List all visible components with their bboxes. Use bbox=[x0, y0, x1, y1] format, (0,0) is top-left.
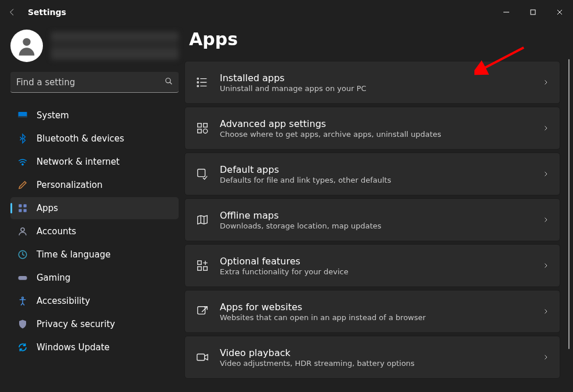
card-offline-maps[interactable]: Offline maps Downloads, storage location… bbox=[184, 198, 560, 241]
chevron-right-icon bbox=[542, 260, 549, 271]
wifi-icon bbox=[17, 157, 28, 167]
card-title: Default apps bbox=[220, 164, 391, 175]
svg-point-17 bbox=[22, 297, 24, 299]
svg-rect-25 bbox=[198, 169, 205, 177]
update-icon bbox=[17, 342, 28, 353]
nav-label: Bluetooth & devices bbox=[37, 133, 124, 144]
card-title: Apps for websites bbox=[220, 302, 426, 313]
sidebar: System Bluetooth & devices Network & int… bbox=[10, 24, 184, 392]
svg-rect-16 bbox=[19, 276, 27, 280]
nav-privacy[interactable]: Privacy & security bbox=[10, 313, 179, 335]
bluetooth-icon bbox=[17, 133, 28, 144]
nav-update[interactable]: Windows Update bbox=[10, 336, 179, 358]
card-desc: Uninstall and manage apps on your PC bbox=[220, 84, 367, 93]
close-icon bbox=[556, 9, 563, 16]
map-download-icon bbox=[195, 213, 209, 227]
window-controls bbox=[493, 3, 573, 21]
minimize-icon bbox=[503, 9, 510, 16]
svg-point-14 bbox=[21, 228, 24, 231]
svg-point-19 bbox=[197, 82, 198, 83]
svg-point-24 bbox=[203, 129, 207, 133]
clock-globe-icon bbox=[17, 249, 28, 260]
nav-accounts[interactable]: Accounts bbox=[10, 220, 179, 242]
svg-point-4 bbox=[23, 38, 30, 46]
minimize-button[interactable] bbox=[493, 3, 520, 21]
chevron-right-icon bbox=[542, 352, 549, 363]
card-desc: Downloads, storage location, map updates bbox=[220, 222, 382, 230]
nav-bluetooth[interactable]: Bluetooth & devices bbox=[10, 128, 179, 150]
card-title: Offline maps bbox=[220, 210, 382, 221]
nav-label: Windows Update bbox=[37, 342, 110, 353]
search-icon bbox=[165, 77, 173, 88]
accessibility-icon bbox=[17, 296, 28, 306]
maximize-button[interactable] bbox=[520, 3, 546, 21]
svg-rect-1 bbox=[531, 10, 535, 14]
card-default-apps[interactable]: Default apps Defaults for file and link … bbox=[184, 153, 560, 195]
nav-personalization[interactable]: Personalization bbox=[10, 174, 179, 196]
nav-time[interactable]: Time & language bbox=[10, 244, 179, 266]
card-video-playback[interactable]: Video playback Video adjustments, HDR st… bbox=[184, 336, 560, 379]
card-desc: Video adjustments, HDR streaming, batter… bbox=[220, 359, 415, 368]
card-apps-for-websites[interactable]: Apps for websites Websites that can open… bbox=[184, 290, 560, 333]
nav-label: System bbox=[37, 110, 69, 121]
paintbrush-icon bbox=[17, 180, 28, 190]
nav-label: Accessibility bbox=[37, 296, 90, 306]
page-heading: Apps bbox=[189, 29, 560, 49]
svg-rect-21 bbox=[198, 124, 201, 127]
nav-network[interactable]: Network & internet bbox=[10, 151, 179, 173]
svg-rect-10 bbox=[19, 204, 21, 207]
nav-gaming[interactable]: Gaming bbox=[10, 267, 179, 289]
apps-options-list: Installed apps Uninstall and manage apps… bbox=[184, 61, 560, 380]
svg-rect-22 bbox=[204, 124, 207, 127]
nav-apps[interactable]: Apps bbox=[10, 197, 179, 219]
nav-label: Apps bbox=[37, 203, 58, 213]
account-name-redacted bbox=[51, 32, 179, 60]
card-advanced-app-settings[interactable]: Advanced app settings Choose where to ge… bbox=[184, 107, 560, 150]
default-app-icon bbox=[195, 167, 209, 181]
person-icon bbox=[17, 226, 28, 237]
card-title: Video playback bbox=[220, 347, 415, 358]
search-input[interactable] bbox=[16, 77, 165, 88]
svg-rect-30 bbox=[197, 354, 205, 361]
apps-gear-icon bbox=[195, 121, 209, 135]
nav-list: System Bluetooth & devices Network & int… bbox=[10, 104, 179, 358]
card-installed-apps[interactable]: Installed apps Uninstall and manage apps… bbox=[184, 61, 560, 104]
back-button[interactable] bbox=[0, 0, 24, 24]
back-arrow-icon bbox=[8, 8, 17, 17]
titlebar: Settings bbox=[0, 0, 573, 24]
window-title: Settings bbox=[28, 8, 66, 17]
maximize-icon bbox=[530, 9, 536, 16]
close-button[interactable] bbox=[546, 3, 573, 21]
gamepad-icon bbox=[17, 273, 28, 283]
svg-point-20 bbox=[197, 85, 198, 86]
nav-label: Gaming bbox=[37, 273, 71, 283]
nav-label: Accounts bbox=[37, 226, 76, 237]
nav-accessibility[interactable]: Accessibility bbox=[10, 290, 179, 312]
user-icon bbox=[15, 34, 38, 57]
nav-label: Network & internet bbox=[37, 157, 119, 167]
svg-point-5 bbox=[166, 78, 171, 83]
svg-rect-23 bbox=[198, 129, 201, 133]
chevron-right-icon bbox=[542, 215, 549, 226]
chevron-right-icon bbox=[542, 306, 549, 317]
nav-label: Privacy & security bbox=[37, 319, 115, 329]
search-box[interactable] bbox=[10, 72, 179, 93]
svg-rect-13 bbox=[24, 209, 27, 212]
svg-point-18 bbox=[197, 78, 198, 79]
account-block[interactable] bbox=[10, 24, 179, 67]
scrollbar[interactable] bbox=[568, 59, 570, 349]
card-desc: Defaults for file and link types, other … bbox=[220, 176, 391, 184]
content-area: Apps Installed apps Uninstall and manage… bbox=[184, 24, 573, 392]
shield-icon bbox=[17, 319, 28, 329]
avatar bbox=[10, 30, 43, 62]
apps-icon bbox=[17, 203, 28, 213]
nav-system[interactable]: System bbox=[10, 104, 179, 126]
chevron-right-icon bbox=[542, 123, 549, 134]
card-desc: Choose where to get apps, archive apps, … bbox=[220, 130, 441, 139]
nav-label: Time & language bbox=[37, 249, 111, 260]
list-check-icon bbox=[195, 75, 209, 89]
card-optional-features[interactable]: Optional features Extra functionality fo… bbox=[184, 244, 560, 287]
chevron-right-icon bbox=[542, 77, 549, 88]
svg-rect-12 bbox=[19, 209, 21, 212]
card-title: Installed apps bbox=[220, 72, 367, 84]
